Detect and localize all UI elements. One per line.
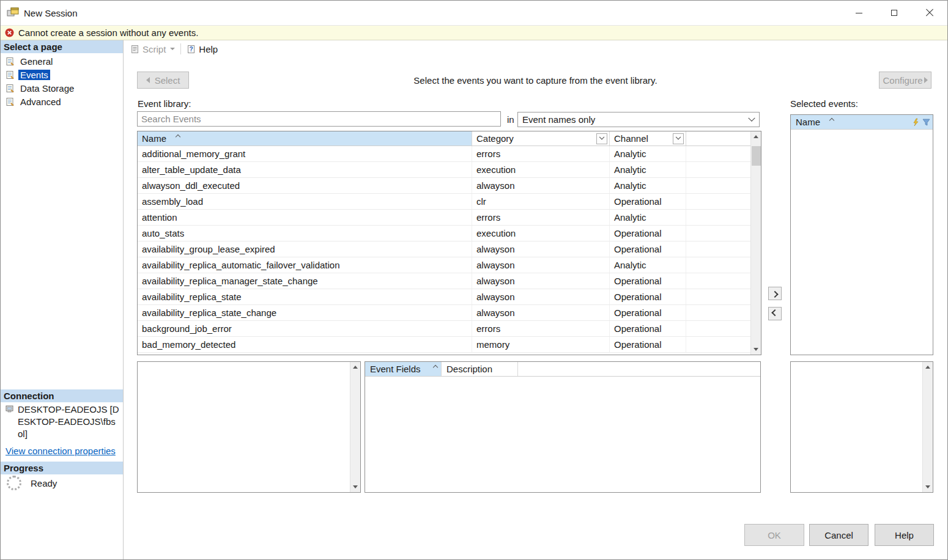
event-channel-cell: Analytic [610,146,686,161]
event-name-cell: availability_replica_automatic_failover_… [138,257,472,273]
category-filter-dropdown[interactable] [596,133,607,144]
event-filler-cell [686,210,750,225]
search-events-input[interactable] [137,111,501,127]
help-icon: ? [187,45,196,54]
event-table-row[interactable]: additional_memory_grant errors Analytic [138,146,750,162]
column-header-event-fields[interactable]: Event Fields [365,362,442,376]
event-table-row[interactable]: availability_group_lease_expired alwayso… [138,241,750,257]
event-channel-cell: Operational [610,226,686,241]
event-category-cell: execution [472,162,610,177]
event-table-row[interactable]: bad_memory_detected memory Operational [138,337,750,353]
event-filler-cell [686,273,750,289]
column-header-name[interactable]: Name [138,131,472,146]
selected-events-panel: Name [790,114,933,355]
event-table-row[interactable]: alter_table_update_data execution Analyt… [138,162,750,178]
column-header-channel[interactable]: Channel [610,131,686,146]
warning-text: Cannot create a session without any even… [18,28,198,38]
window-title: New Session [24,8,78,18]
event-channel-cell: Analytic [610,210,686,225]
help-button[interactable]: Help [875,524,934,546]
view-connection-properties-link[interactable]: View connection properties [6,446,116,456]
add-event-button[interactable] [768,287,782,300]
ok-button[interactable]: OK [744,524,804,546]
sidebar: Select a page General Events [1,40,124,559]
event-table-row[interactable]: attention errors Analytic [138,210,750,226]
event-table-row[interactable]: availability_replica_manager_state_chang… [138,273,750,289]
event-table-row[interactable]: availability_replica_automatic_failover_… [138,257,750,273]
column-header-description[interactable]: Description [442,362,518,376]
window-controls [841,1,947,25]
selected-events-header[interactable]: Name [791,115,933,130]
event-table-row[interactable]: background_job_error errors Operational [138,321,750,337]
select-a-page-header: Select a page [1,40,123,53]
help-toolbar-button[interactable]: ? Help [184,42,220,56]
fields-scrollbar[interactable] [922,362,933,492]
minimize-button[interactable] [841,1,876,25]
error-icon [5,28,14,37]
toolbar: Script ? Help [124,40,947,57]
script-icon [130,45,139,54]
script-label: Script [143,44,166,54]
event-table-row[interactable]: availability_replica_state_change always… [138,305,750,321]
search-scope-value: Event names only [522,114,595,125]
script-button[interactable]: Script [128,42,177,56]
toolbar-separator [180,43,181,54]
event-filler-cell [686,241,750,257]
event-name-cell: availability_replica_state_change [138,305,472,320]
event-filler-cell [686,178,750,193]
close-button[interactable] [912,1,947,25]
sort-ascending-icon [176,134,180,139]
event-name-cell: alter_table_update_data [138,162,472,177]
minimize-icon [856,13,862,13]
chevron-down-icon [748,114,755,121]
event-name-cell: availability_replica_manager_state_chang… [138,273,472,289]
page-icon [6,84,15,93]
event-category-cell: alwayson [472,257,610,273]
event-filler-cell [686,305,750,320]
event-description-panel [137,361,361,493]
event-table-row[interactable]: alwayson_ddl_executed alwayson Analytic [138,178,750,194]
search-scope-dropdown[interactable]: Event names only [517,112,760,127]
selected-event-fields-panel [790,361,933,493]
select-button-label: Select [155,75,180,86]
configure-button-label: Configure [883,75,922,86]
description-scrollbar[interactable] [350,362,360,492]
event-channel-cell: Analytic [610,178,686,193]
maximize-button[interactable] [876,1,912,25]
event-name-cell: additional_memory_grant [138,146,472,161]
selected-events-list[interactable] [791,130,933,355]
event-fields-body [365,377,760,492]
event-table-header: Name Category Channel [138,131,750,146]
titlebar: New Session [1,1,947,25]
event-table-row[interactable]: availability_replica_state alwayson Oper… [138,289,750,305]
description-column-label: Description [446,364,492,374]
event-table-row[interactable]: auto_stats execution Operational [138,226,750,241]
cancel-button[interactable]: Cancel [809,524,868,546]
sidebar-item-label: Advanced [18,97,63,107]
event-table-row[interactable]: assembly_load clr Operational [138,194,750,210]
scroll-thumb[interactable] [752,146,761,166]
lightning-icon[interactable] [912,118,919,127]
event-table-scrollbar[interactable] [750,131,761,355]
help-button-label: Help [895,530,914,540]
event-filler-cell [686,337,750,352]
sidebar-item-general[interactable]: General [1,54,123,68]
select-button[interactable]: Select [137,72,189,89]
sidebar-item-data-storage[interactable]: Data Storage [1,81,123,95]
channel-column-label: Channel [614,133,648,144]
channel-filter-dropdown[interactable] [673,133,684,144]
event-category-cell: execution [472,226,610,241]
remove-event-button[interactable] [768,307,782,320]
page-icon [6,97,15,106]
chevron-right-icon [771,291,778,298]
event-channel-cell: Operational [610,241,686,257]
category-column-label: Category [476,133,514,144]
sidebar-item-events[interactable]: Events [1,68,123,81]
sidebar-item-advanced[interactable]: Advanced [1,95,123,108]
event-category-cell: alwayson [472,289,610,304]
sidebar-pages: General Events Data Storage [1,54,123,108]
column-header-category[interactable]: Category [472,131,610,146]
configure-button[interactable]: Configure [879,72,931,89]
event-channel-cell: Analytic [610,162,686,177]
filter-icon[interactable] [922,119,930,126]
